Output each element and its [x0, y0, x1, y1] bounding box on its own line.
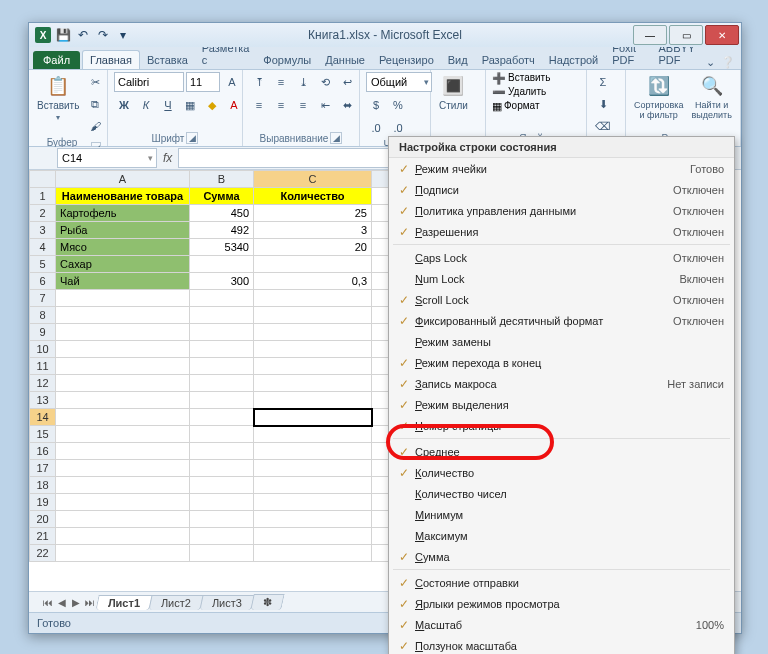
redo-icon[interactable]: ↷ [95, 27, 111, 43]
cell[interactable] [190, 426, 254, 443]
cell[interactable] [254, 545, 372, 562]
cell[interactable] [190, 494, 254, 511]
tab-addins[interactable]: Надстрой [542, 51, 605, 69]
percent-icon[interactable]: % [388, 95, 408, 115]
context-menu-item[interactable]: ✓Сумма [389, 546, 734, 567]
context-menu-item[interactable]: ✓Режим выделения [389, 394, 734, 415]
cell[interactable] [254, 426, 372, 443]
cell[interactable] [190, 528, 254, 545]
cell[interactable] [56, 528, 190, 545]
tab-review[interactable]: Рецензиро [372, 51, 441, 69]
context-menu-item[interactable]: ✓Политика управления даннымиОтключен [389, 200, 734, 221]
select-all-corner[interactable] [30, 171, 56, 188]
cell[interactable] [254, 494, 372, 511]
context-menu-item[interactable]: Минимум [389, 504, 734, 525]
align-center-icon[interactable]: ≡ [271, 95, 291, 115]
sheet-nav-last-icon[interactable]: ⏭ [83, 597, 97, 608]
cell[interactable] [56, 460, 190, 477]
cell[interactable] [56, 341, 190, 358]
cell[interactable] [56, 358, 190, 375]
row-header[interactable]: 8 [30, 307, 56, 324]
currency-icon[interactable]: $ [366, 95, 386, 115]
tab-home[interactable]: Главная [82, 50, 140, 69]
cell[interactable]: Рыба [56, 222, 190, 239]
sheet-nav-prev-icon[interactable]: ◀ [55, 597, 69, 608]
context-menu-item[interactable]: Режим замены [389, 331, 734, 352]
cell[interactable] [254, 392, 372, 409]
bold-button[interactable]: Ж [114, 95, 134, 115]
cell[interactable]: 450 [190, 205, 254, 222]
cell[interactable]: 300 [190, 273, 254, 290]
row-header[interactable]: 16 [30, 443, 56, 460]
cell-grid[interactable]: A B C D 1 Наименование товара Сумма Коли… [29, 170, 432, 562]
cell[interactable] [56, 392, 190, 409]
cell[interactable]: 20 [254, 239, 372, 256]
align-left-icon[interactable]: ≡ [249, 95, 269, 115]
row-header[interactable]: 14 [30, 409, 56, 426]
cell[interactable] [254, 460, 372, 477]
cell[interactable] [56, 290, 190, 307]
row-header[interactable]: 13 [30, 392, 56, 409]
cell[interactable] [190, 460, 254, 477]
context-menu-item[interactable]: ✓Запись макросаНет записи [389, 373, 734, 394]
sheet-tab-3[interactable]: Лист3 [200, 595, 255, 610]
align-right-icon[interactable]: ≡ [293, 95, 313, 115]
format-painter-icon[interactable]: 🖌 [85, 116, 105, 136]
context-menu-item[interactable]: ✓ПодписиОтключен [389, 179, 734, 200]
cell[interactable]: 5340 [190, 239, 254, 256]
cell[interactable] [56, 307, 190, 324]
cell[interactable] [254, 358, 372, 375]
cell[interactable] [254, 307, 372, 324]
increase-decimal-icon[interactable]: .0 [366, 118, 386, 138]
context-menu-item[interactable]: ✓РазрешенияОтключен [389, 221, 734, 242]
cell[interactable] [56, 511, 190, 528]
tab-formulas[interactable]: Формулы [256, 51, 318, 69]
cell[interactable] [254, 477, 372, 494]
col-header-c[interactable]: C [254, 171, 372, 188]
cell[interactable] [190, 341, 254, 358]
col-header-a[interactable]: A [56, 171, 190, 188]
cell[interactable] [190, 511, 254, 528]
context-menu-item[interactable]: ✓Номер страницы [389, 415, 734, 436]
cell[interactable] [56, 443, 190, 460]
sheet-tab-1[interactable]: Лист1 [95, 595, 152, 610]
cell[interactable] [56, 409, 190, 426]
cell[interactable]: Наименование товара [56, 188, 190, 205]
align-expand-icon[interactable]: ◢ [330, 132, 342, 144]
find-select-button[interactable]: 🔍 Найти и выделить [689, 72, 734, 122]
context-menu-item[interactable]: ✓Фиксированный десятичный форматОтключен [389, 310, 734, 331]
merge-icon[interactable]: ⬌ [337, 95, 357, 115]
cell[interactable] [254, 341, 372, 358]
cell[interactable] [190, 324, 254, 341]
row-header[interactable]: 6 [30, 273, 56, 290]
cell[interactable]: Сахар [56, 256, 190, 273]
context-menu-item[interactable]: ✓Масштаб100% [389, 614, 734, 635]
fill-color-icon[interactable]: ◆ [202, 95, 222, 115]
context-menu-item[interactable]: ✓Состояние отправки [389, 572, 734, 593]
border-icon[interactable]: ▦ [180, 95, 200, 115]
maximize-button[interactable]: ▭ [669, 25, 703, 45]
cell[interactable]: 492 [190, 222, 254, 239]
close-button[interactable]: ✕ [705, 25, 739, 45]
cell[interactable] [56, 426, 190, 443]
context-menu-item[interactable]: ✓Количество [389, 462, 734, 483]
grow-font-icon[interactable]: A [222, 72, 242, 92]
autosum-icon[interactable]: Σ [593, 72, 613, 92]
cell[interactable]: Количество [254, 188, 372, 205]
row-header[interactable]: 11 [30, 358, 56, 375]
cell[interactable] [254, 443, 372, 460]
tab-insert[interactable]: Вставка [140, 51, 195, 69]
row-header[interactable]: 22 [30, 545, 56, 562]
cell[interactable] [190, 358, 254, 375]
context-menu-item[interactable]: Количество чисел [389, 483, 734, 504]
cell[interactable] [254, 324, 372, 341]
col-header-b[interactable]: B [190, 171, 254, 188]
cell[interactable] [254, 290, 372, 307]
row-header[interactable]: 9 [30, 324, 56, 341]
undo-icon[interactable]: ↶ [75, 27, 91, 43]
context-menu-item[interactable]: ✓Режим ячейкиГотово [389, 158, 734, 179]
row-header[interactable]: 21 [30, 528, 56, 545]
row-header[interactable]: 20 [30, 511, 56, 528]
align-middle-icon[interactable]: ≡ [271, 72, 291, 92]
context-menu-item[interactable]: ✓Ползунок масштаба [389, 635, 734, 654]
